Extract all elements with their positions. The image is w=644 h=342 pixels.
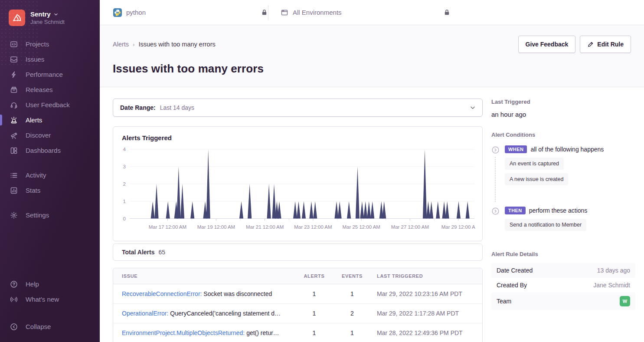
sidebar-item-collapse[interactable]: Collapse bbox=[0, 319, 100, 334]
project-selector[interactable]: python bbox=[100, 8, 268, 17]
project-name[interactable]: python bbox=[126, 9, 146, 16]
then-text: perform these actions bbox=[529, 207, 588, 214]
active-indicator bbox=[0, 39, 2, 49]
sidebar-item-discover[interactable]: Discover bbox=[0, 128, 100, 143]
sidebar-item-performance[interactable]: Performance bbox=[0, 67, 100, 82]
date-range-select[interactable]: Date Range: Last 14 days bbox=[113, 99, 483, 117]
last-triggered-heading: Last Triggered bbox=[491, 99, 635, 105]
rule-detail-row: Date Created 13 days ago bbox=[491, 263, 635, 278]
page-title: Issues with too many errors bbox=[113, 62, 631, 76]
breadcrumb-alerts-link[interactable]: Alerts bbox=[113, 41, 129, 48]
org-switcher[interactable]: Sentry Jane Schmidt bbox=[0, 6, 100, 32]
sidebar-item-what-s-new[interactable]: What's new bbox=[0, 292, 100, 307]
date-range-value: Last 14 days bbox=[160, 104, 194, 111]
sidebar-item-settings[interactable]: Settings bbox=[0, 207, 100, 223]
rule-detail-value: Jane Schmidt bbox=[593, 282, 630, 289]
breadcrumb-current: Issues with too many errors bbox=[138, 41, 215, 48]
svg-text:Mar 25 12:00 AM: Mar 25 12:00 AM bbox=[343, 224, 380, 230]
when-badge: WHEN bbox=[505, 145, 527, 153]
collapse-icon bbox=[10, 323, 18, 331]
issue-link[interactable]: OperationalError: bbox=[122, 310, 168, 317]
rule-detail-value: 13 days ago bbox=[597, 267, 630, 274]
telescope-icon bbox=[10, 132, 18, 139]
give-feedback-button[interactable]: Give Feedback bbox=[518, 36, 576, 53]
alert-conditions-heading: Alert Conditions bbox=[491, 132, 635, 138]
alerts-cell: 1 bbox=[296, 310, 333, 317]
sidebar-item-help[interactable]: Help bbox=[0, 276, 100, 292]
condition-pill: An event is captured bbox=[505, 158, 564, 170]
sentry-logo-icon bbox=[9, 10, 25, 26]
sidebar-item-projects[interactable]: Projects bbox=[0, 36, 100, 52]
user-name: Jane Schmidt bbox=[30, 19, 65, 25]
svg-text:1: 1 bbox=[123, 199, 126, 204]
gear-icon bbox=[10, 211, 18, 219]
sidebar-item-issues[interactable]: Issues bbox=[0, 52, 100, 67]
sidebar-item-label: Releases bbox=[26, 86, 53, 93]
sidebar-item-label: Settings bbox=[26, 211, 49, 219]
svg-text:Mar 17 12:00 AM: Mar 17 12:00 AM bbox=[149, 224, 186, 230]
active-indicator bbox=[0, 145, 2, 156]
svg-text:0: 0 bbox=[123, 216, 126, 221]
page-header: Alerts › Issues with too many errors Giv… bbox=[100, 25, 644, 87]
active-indicator bbox=[0, 99, 2, 110]
siren-icon bbox=[10, 116, 18, 124]
table-row[interactable]: OperationalError: QueryCanceled('canceli… bbox=[113, 303, 482, 323]
sidebar-item-user-feedback[interactable]: User Feedback bbox=[0, 97, 100, 112]
alerts-cell: 1 bbox=[296, 290, 333, 297]
date-range-label: Date Range: bbox=[120, 104, 156, 111]
issue-cell: RecoverableConnectionError: Socket was d… bbox=[122, 290, 296, 297]
environment-name[interactable]: All Environments bbox=[293, 9, 342, 16]
events-cell: 1 bbox=[333, 329, 372, 336]
sidebar-item-alerts[interactable]: Alerts bbox=[0, 112, 100, 128]
environment-selector[interactable]: All Environments bbox=[268, 9, 451, 16]
alert-rule-details-heading: Alert Rule Details bbox=[491, 251, 635, 257]
pencil-icon bbox=[587, 41, 594, 48]
lock-icon[interactable] bbox=[443, 9, 451, 16]
sidebar-item-label: User Feedback bbox=[26, 101, 70, 109]
breadcrumb-separator: › bbox=[133, 41, 134, 48]
org-name: Sentry bbox=[30, 10, 51, 18]
help-icon bbox=[10, 280, 18, 288]
edit-rule-button[interactable]: Edit Rule bbox=[580, 36, 631, 53]
active-indicator bbox=[0, 321, 2, 332]
bar-chart-icon bbox=[10, 187, 18, 194]
lock-icon[interactable] bbox=[261, 9, 268, 16]
column-last-triggered: LAST TRIGGERED bbox=[372, 273, 474, 279]
chart-svg: 01234Mar 17 12:00 AMMar 19 12:00 AMMar 2… bbox=[114, 142, 480, 239]
sidebar-item-activity[interactable]: Activity bbox=[0, 168, 100, 183]
svg-text:Mar 29 12:00 A: Mar 29 12:00 A bbox=[441, 224, 475, 230]
active-indicator bbox=[0, 54, 2, 65]
issue-link[interactable]: EnvironmentProject.MultipleObjectsReturn… bbox=[122, 329, 245, 336]
python-icon bbox=[113, 8, 122, 17]
table-row[interactable]: RecoverableConnectionError: Socket was d… bbox=[113, 284, 482, 303]
svg-text:4: 4 bbox=[123, 147, 126, 152]
alerts-cell: 1 bbox=[296, 329, 333, 336]
issue-link[interactable]: RecoverableConnectionError: bbox=[122, 290, 202, 297]
last-triggered-cell: Mar 29, 2022 10:23:16 AM PDT bbox=[372, 290, 474, 297]
alerts-triggered-chart[interactable]: 01234Mar 17 12:00 AMMar 19 12:00 AMMar 2… bbox=[113, 142, 482, 241]
releases-icon bbox=[10, 86, 18, 94]
edit-rule-label: Edit Rule bbox=[597, 41, 624, 48]
breadcrumb: Alerts › Issues with too many errors bbox=[113, 41, 216, 48]
window-icon bbox=[281, 9, 288, 16]
sidebar: Sentry Jane Schmidt Projects Issues Perf… bbox=[0, 0, 100, 342]
chevron-right-circle-icon bbox=[491, 146, 500, 154]
sidebar-item-releases[interactable]: Releases bbox=[0, 82, 100, 97]
lightning-icon bbox=[10, 71, 18, 79]
sidebar-item-label: Projects bbox=[26, 40, 49, 48]
team-avatar[interactable]: W bbox=[620, 296, 630, 306]
svg-text:Mar 27 12:00 AM: Mar 27 12:00 AM bbox=[391, 224, 429, 230]
then-badge: THEN bbox=[505, 207, 526, 214]
column-issue: ISSUE bbox=[122, 273, 296, 279]
events-cell: 2 bbox=[333, 310, 372, 317]
chevron-down-icon bbox=[469, 104, 476, 111]
sidebar-item-label: Collapse bbox=[26, 323, 51, 330]
last-triggered-cell: Mar 28, 2022 12:49:36 PM PDT bbox=[372, 329, 474, 336]
table-row[interactable]: EnvironmentProject.MultipleObjectsReturn… bbox=[113, 323, 482, 342]
rule-detail-row: Team W bbox=[491, 293, 635, 310]
broadcast-icon bbox=[10, 296, 18, 303]
sidebar-item-stats[interactable]: Stats bbox=[0, 183, 100, 198]
issue-cell: OperationalError: QueryCanceled('canceli… bbox=[122, 310, 296, 317]
then-step: THEN perform these actions Send a notifi… bbox=[491, 207, 635, 231]
sidebar-item-dashboards[interactable]: Dashboards bbox=[0, 143, 100, 158]
